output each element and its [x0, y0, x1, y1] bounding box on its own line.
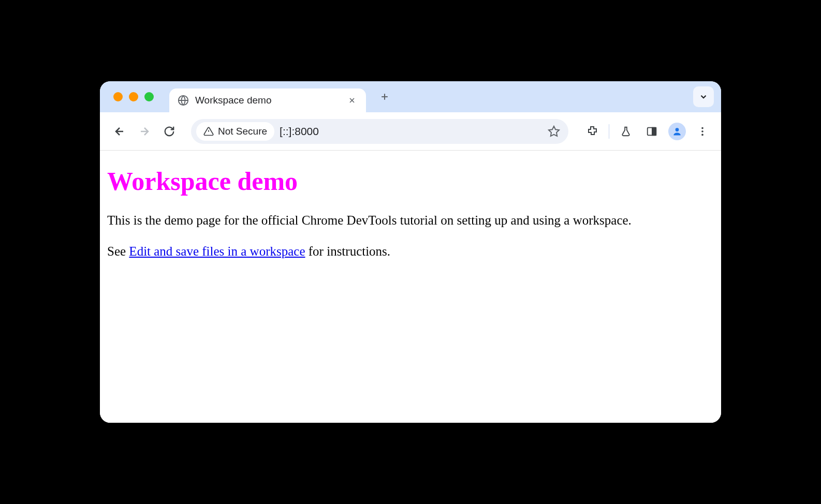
svg-point-8 [701, 130, 703, 132]
window-controls [113, 92, 154, 101]
security-label: Not Secure [218, 126, 267, 137]
url-text: [::]:8000 [280, 125, 539, 138]
browser-window: Workspace demo [100, 81, 721, 423]
window-minimize-button[interactable] [129, 92, 138, 101]
svg-marker-3 [549, 126, 559, 136]
page-content: Workspace demo This is the demo page for… [100, 151, 721, 423]
address-bar[interactable]: Not Secure [::]:8000 [191, 119, 568, 144]
tab-strip-trailing [693, 86, 714, 107]
labs-button[interactable] [617, 122, 635, 141]
svg-point-7 [701, 127, 703, 129]
globe-icon [178, 95, 189, 106]
para2-text-before: See [107, 244, 129, 258]
toolbar-divider [609, 124, 609, 139]
security-chip[interactable]: Not Secure [196, 122, 274, 141]
toolbar-trailing [583, 122, 712, 141]
toolbar: Not Secure [::]:8000 [100, 112, 721, 151]
back-button[interactable] [109, 121, 130, 142]
page-paragraph-1: This is the demo page for the official C… [107, 212, 714, 229]
svg-rect-5 [652, 127, 656, 135]
window-maximize-button[interactable] [144, 92, 154, 101]
svg-point-6 [676, 128, 679, 131]
search-tabs-button[interactable] [693, 86, 714, 107]
tab-title: Workspace demo [195, 95, 340, 106]
new-tab-button[interactable] [375, 87, 394, 106]
window-close-button[interactable] [113, 92, 123, 101]
svg-point-9 [701, 134, 703, 136]
side-panel-button[interactable] [642, 122, 661, 141]
tutorial-link[interactable]: Edit and save files in a workspace [129, 244, 305, 258]
forward-button[interactable] [134, 121, 155, 142]
profile-button[interactable] [668, 123, 686, 140]
menu-button[interactable] [693, 122, 712, 141]
bookmark-button[interactable] [545, 122, 563, 141]
para2-text-after: for instructions. [305, 244, 391, 258]
page-paragraph-2: See Edit and save files in a workspace f… [107, 243, 714, 260]
browser-tab[interactable]: Workspace demo [169, 88, 366, 112]
tab-close-button[interactable] [346, 95, 358, 106]
tab-strip: Workspace demo [100, 81, 721, 112]
warning-icon [203, 126, 214, 137]
reload-button[interactable] [159, 121, 180, 142]
page-heading: Workspace demo [107, 166, 714, 196]
extensions-button[interactable] [583, 122, 602, 141]
